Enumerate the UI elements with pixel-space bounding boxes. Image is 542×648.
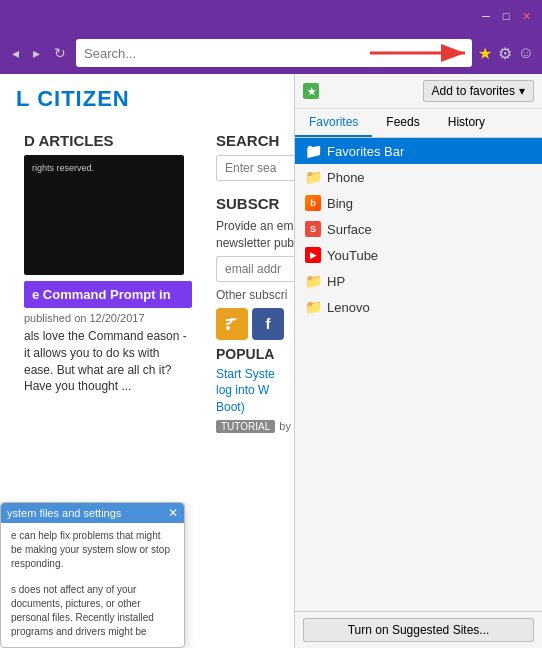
fav-item-label: Lenovo: [327, 300, 370, 315]
tab-history[interactable]: History: [434, 109, 499, 137]
bing-icon: b: [305, 195, 321, 211]
tab-favorites[interactable]: Favorites: [295, 109, 372, 137]
favorites-panel-icon: ★: [303, 83, 319, 99]
browser-toolbar: ◂ ▸ ↻ ★ ⚙ ☺: [0, 32, 542, 74]
fav-item-label: YouTube: [327, 248, 378, 263]
favorites-tabs: Favorites Feeds History: [295, 109, 542, 138]
forward-button[interactable]: ▸: [29, 43, 44, 63]
suggested-sites-button[interactable]: Turn on Suggested Sites...: [303, 618, 534, 642]
fav-item-label: Phone: [327, 170, 365, 185]
dialog-box: ystem files and settings ✕ e can help fi…: [0, 502, 185, 648]
article-desc: als love the Command eason - it allows y…: [24, 328, 192, 395]
logo-highlight: L: [16, 86, 30, 111]
minimize-button[interactable]: ─: [478, 8, 494, 24]
add-to-favorites-label: Add to favorites: [432, 84, 515, 98]
favorites-header: ★ Add to favorites ▾: [295, 74, 542, 109]
list-item[interactable]: S Surface: [295, 216, 542, 242]
back-button[interactable]: ◂: [8, 43, 23, 63]
add-to-favorites-chevron: ▾: [519, 84, 525, 98]
dialog-close-button[interactable]: ✕: [168, 506, 178, 520]
folder-icon: 📁: [305, 143, 321, 159]
search-input[interactable]: [84, 46, 464, 61]
fav-item-label: Favorites Bar: [327, 144, 404, 159]
article-card[interactable]: rights reserved.: [24, 155, 184, 275]
list-item[interactable]: 📁 Lenovo: [295, 294, 542, 320]
by-label: by: [279, 420, 291, 432]
add-to-favorites-button[interactable]: Add to favorites ▾: [423, 80, 534, 102]
terminal-text: rights reserved.: [32, 163, 176, 173]
folder-icon: 📁: [305, 169, 321, 185]
tutorial-badge: TUTORIAL: [216, 420, 275, 433]
logo-text: CITIZEN: [37, 86, 130, 111]
article-title[interactable]: e Command Prompt in: [24, 281, 192, 308]
favorites-star-icon[interactable]: ★: [478, 44, 492, 63]
articles-title: D ARTICLES: [24, 132, 192, 149]
address-bar[interactable]: [76, 39, 472, 67]
folder-icon: 📁: [305, 299, 321, 315]
dialog-text-2: s does not affect any of your documents,…: [11, 583, 174, 639]
ellipsis: ...: [121, 379, 131, 393]
rss-button[interactable]: [216, 308, 248, 340]
fav-item-label: Surface: [327, 222, 372, 237]
close-button[interactable]: ✕: [518, 8, 534, 24]
folder-icon: 📁: [305, 273, 321, 289]
list-item[interactable]: 📁 Favorites Bar: [295, 138, 542, 164]
main-area: L CITIZEN D ARTICLES rights reserved. e …: [0, 74, 542, 648]
refresh-button[interactable]: ↻: [50, 43, 70, 63]
fav-item-label: HP: [327, 274, 345, 289]
youtube-icon: ▶: [305, 247, 321, 263]
list-item[interactable]: 📁 Phone: [295, 164, 542, 190]
settings-gear-icon[interactable]: ⚙: [498, 44, 512, 63]
titlebar: ─ □ ✕: [0, 0, 542, 32]
feedback-smiley-icon[interactable]: ☺: [518, 44, 534, 62]
list-item[interactable]: b Bing: [295, 190, 542, 216]
dialog-titlebar: ystem files and settings ✕: [1, 503, 184, 523]
favorites-list: 📁 Favorites Bar 📁 Phone b Bing: [295, 138, 542, 611]
list-item[interactable]: ▶ YouTube: [295, 242, 542, 268]
list-item[interactable]: 📁 HP: [295, 268, 542, 294]
dialog-text-1: e can help fix problems that might be ma…: [11, 529, 174, 571]
favorites-panel: ★ Add to favorites ▾ Favorites Feeds His…: [294, 74, 542, 648]
dialog-title: ystem files and settings: [7, 507, 121, 519]
favorites-footer: Turn on Suggested Sites...: [295, 611, 542, 648]
tab-feeds[interactable]: Feeds: [372, 109, 433, 137]
maximize-button[interactable]: □: [498, 8, 514, 24]
facebook-button[interactable]: f: [252, 308, 284, 340]
pub-date: published on 12/20/2017: [24, 312, 192, 324]
articles-section: D ARTICLES rights reserved. e Command Pr…: [8, 132, 208, 395]
fav-item-label: Bing: [327, 196, 353, 211]
surface-icon: S: [305, 221, 321, 237]
svg-point-2: [226, 326, 230, 330]
